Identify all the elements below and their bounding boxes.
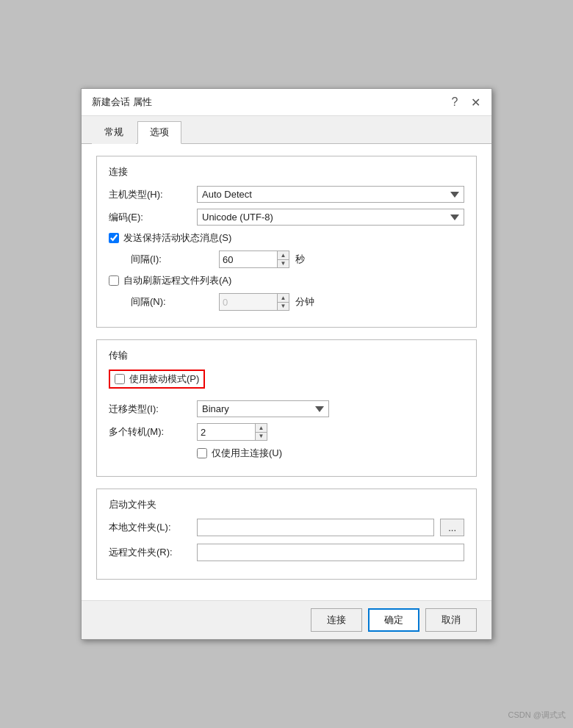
max-connections-label: 多个转机(M): [109,425,197,439]
interval-control: ▲ ▼ 秒 [219,251,464,268]
keepalive-label: 发送保持活动状态消息(S) [123,231,231,245]
tab-general[interactable]: 常规 [92,121,136,144]
host-type-control: Auto Detect FTP FTPS SFTP [197,186,464,203]
connect-button[interactable]: 连接 [311,608,362,632]
interval-spin-up[interactable]: ▲ [278,251,289,259]
interval-spin-down[interactable]: ▼ [278,259,289,268]
dialog-body: 连接 主机类型(H): Auto Detect FTP FTPS SFTP 编码… [82,144,491,600]
refresh-interval-spin-buttons: ▲ ▼ [278,293,289,311]
refresh-interval-spin-up: ▲ [278,294,289,302]
connection-section: 连接 主机类型(H): Auto Detect FTP FTPS SFTP 编码… [96,156,477,328]
close-button[interactable]: ✕ [468,95,483,109]
refresh-interval-control: ▲ ▼ 分钟 [219,293,464,311]
transfer-type-control: Binary ASCII Auto [197,400,329,417]
dialog-footer: 连接 确定 取消 [82,600,491,639]
transfer-section: 传输 使用被动模式(P) 迁移类型(I): Binary ASCII Auto [96,339,477,477]
auto-refresh-label: 自动刷新远程文件列表(A) [123,274,231,287]
max-connections-spinner: ▲ ▼ [197,423,464,441]
title-bar-controls: ? ✕ [447,95,483,109]
host-type-row: 主机类型(H): Auto Detect FTP FTPS SFTP [109,186,464,203]
keepalive-checkbox[interactable] [109,233,119,243]
encoding-control: Unicode (UTF-8) ASCII UTF-16 [197,209,464,226]
tab-bar: 常规 选项 [82,116,491,144]
tab-options[interactable]: 选项 [137,121,181,144]
remote-folder-input[interactable] [197,544,464,561]
only-main-conn-checkbox[interactable] [197,448,207,458]
refresh-interval-label: 间隔(N): [131,295,219,309]
local-folder-input[interactable] [197,519,434,536]
refresh-interval-spinner: ▲ ▼ 分钟 [219,293,464,311]
max-connections-spin-down[interactable]: ▼ [256,432,267,441]
host-type-select[interactable]: Auto Detect FTP FTPS SFTP [197,186,464,203]
local-browse-button[interactable]: ... [440,519,464,536]
refresh-interval-input [219,293,278,311]
passive-mode-label: 使用被动模式(P) [129,372,199,386]
only-main-conn-row: 仅使用主连接(U) [109,447,464,460]
title-bar: 新建会话 属性 ? ✕ [82,89,491,116]
interval-row: 间隔(I): ▲ ▼ 秒 [109,251,464,268]
transfer-type-row: 迁移类型(I): Binary ASCII Auto [109,400,464,417]
help-button[interactable]: ? [447,95,462,109]
cancel-button[interactable]: 取消 [425,608,477,632]
connection-section-title: 连接 [109,165,464,179]
remote-folder-label: 远程文件夹(R): [109,546,197,559]
interval-spin-buttons: ▲ ▼ [278,251,289,268]
auto-refresh-checkbox[interactable] [109,275,119,286]
transfer-type-select[interactable]: Binary ASCII Auto [197,400,329,417]
max-connections-row: 多个转机(M): ▲ ▼ [109,423,464,441]
interval-spinner: ▲ ▼ 秒 [219,251,464,268]
host-type-label: 主机类型(H): [109,188,197,201]
dialog-container: 新建会话 属性 ? ✕ 常规 选项 连接 主机类型(H): Auto Detec… [81,88,492,640]
interval-label: 间隔(I): [131,253,219,266]
max-connections-control: ▲ ▼ [197,423,464,441]
only-main-conn-label: 仅使用主连接(U) [212,447,282,460]
passive-mode-checkbox[interactable] [115,374,125,384]
transfer-section-title: 传输 [109,349,464,362]
max-connections-spin-up[interactable]: ▲ [256,424,267,432]
startup-folder-title: 启动文件夹 [109,498,464,511]
refresh-interval-spin-down: ▼ [278,302,289,311]
transfer-type-label: 迁移类型(I): [109,403,197,416]
keepalive-row: 发送保持活动状态消息(S) [109,231,464,245]
local-folder-label: 本地文件夹(L): [109,521,197,534]
interval-unit: 秒 [295,253,305,266]
passive-mode-highlight: 使用被动模式(P) [109,370,205,389]
watermark: CSDN @调式式 [508,710,566,721]
encoding-select[interactable]: Unicode (UTF-8) ASCII UTF-16 [197,209,464,226]
interval-input[interactable] [219,251,278,268]
auto-refresh-row: 自动刷新远程文件列表(A) [109,274,464,287]
max-connections-input[interactable] [197,423,256,441]
remote-folder-row: 远程文件夹(R): [109,544,464,561]
max-connections-spin-buttons: ▲ ▼ [256,423,267,441]
refresh-interval-unit: 分钟 [295,295,314,309]
startup-folder-section: 启动文件夹 本地文件夹(L): ... 远程文件夹(R): [96,489,477,580]
refresh-interval-row: 间隔(N): ▲ ▼ 分钟 [109,293,464,311]
encoding-label: 编码(E): [109,211,197,224]
dialog-title: 新建会话 属性 [92,95,152,109]
ok-button[interactable]: 确定 [368,608,419,632]
local-folder-row: 本地文件夹(L): ... [109,519,464,536]
encoding-row: 编码(E): Unicode (UTF-8) ASCII UTF-16 [109,209,464,226]
